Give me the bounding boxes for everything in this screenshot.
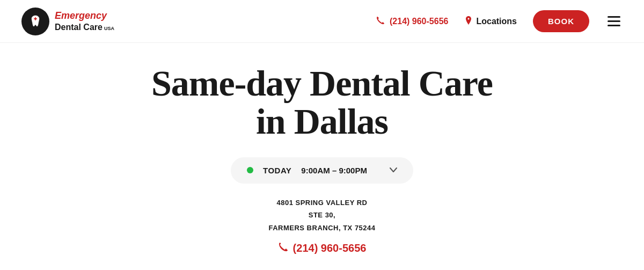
main-phone[interactable]: (214) 960-5656 (278, 242, 367, 255)
header-phone-number: (214) 960-5656 (390, 17, 448, 26)
main-content: Same-day Dental Care in Dallas TODAY 9:0… (0, 43, 644, 255)
locations-label: Locations (476, 17, 517, 26)
header-nav: (214) 960-5656 Locations BOOK (376, 10, 623, 32)
main-phone-number: (214) 960-5656 (293, 242, 367, 254)
chevron-down-icon (390, 166, 397, 174)
header-phone[interactable]: (214) 960-5656 (376, 16, 448, 27)
hours-bar[interactable]: TODAY 9:00AM – 9:00PM (231, 157, 413, 184)
book-button[interactable]: BOOK (533, 10, 589, 32)
logo[interactable]: Emergency Dental Care USA (21, 8, 114, 35)
address-block: 4801 SPRING VALLEY RD STE 30, FARMERS BR… (268, 196, 375, 234)
logo-emergency: Emergency (55, 10, 114, 22)
hamburger-menu[interactable] (605, 14, 623, 28)
open-status-dot (247, 167, 253, 173)
hero-title-line1: Same-day Dental Care (151, 63, 493, 104)
hamburger-line-1 (608, 16, 620, 18)
phone-icon (376, 16, 385, 27)
address-line-2: STE 30, (268, 209, 375, 221)
locations-nav[interactable]: Locations (464, 16, 517, 27)
location-pin-icon (464, 16, 473, 27)
logo-text: Emergency Dental Care USA (55, 10, 114, 32)
today-label: TODAY (263, 166, 291, 175)
logo-icon (21, 8, 49, 35)
site-header: Emergency Dental Care USA (214) 960-5656 (0, 0, 644, 43)
main-phone-icon (278, 242, 289, 255)
logo-dental-care: Dental Care USA (55, 22, 114, 32)
hamburger-line-3 (608, 25, 620, 26)
hero-title: Same-day Dental Care in Dallas (151, 64, 493, 141)
hamburger-line-2 (608, 20, 620, 22)
address-line-1: 4801 SPRING VALLEY RD (268, 196, 375, 209)
hero-title-line2: in Dallas (256, 101, 388, 142)
address-line-3: FARMERS BRANCH, TX 75244 (268, 222, 375, 234)
hours-range: 9:00AM – 9:00PM (301, 166, 367, 175)
